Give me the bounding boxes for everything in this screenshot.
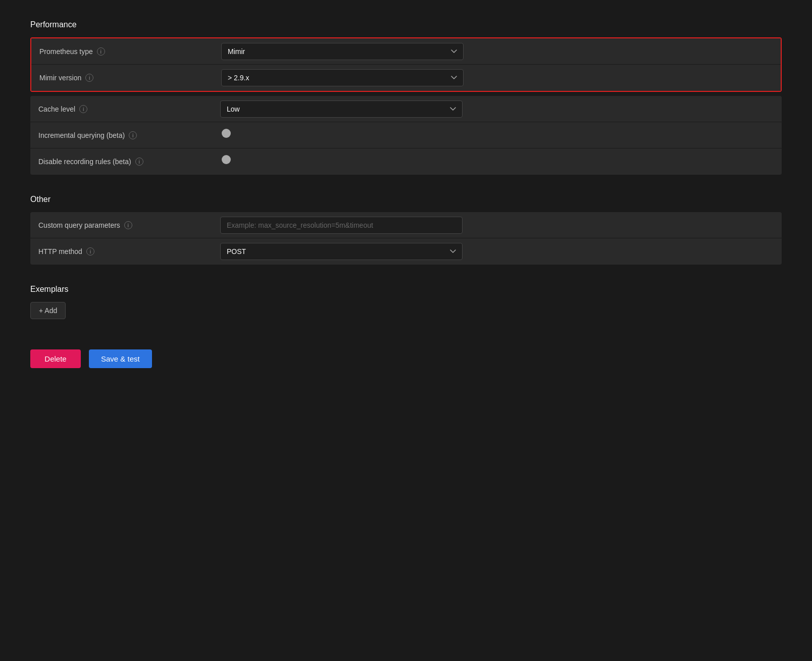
prometheus-type-control: Mimir Prometheus Cortex Thanos: [221, 43, 773, 60]
mimir-version-select[interactable]: < 2.9.x > 2.9.x: [221, 69, 464, 86]
prometheus-type-label-group: Prometheus type i: [39, 47, 221, 56]
footer-buttons: Delete Save & test: [30, 349, 782, 368]
mimir-version-label: Mimir version: [39, 74, 81, 82]
performance-standalone-rows: Cache level i None Low Medium High Incre…: [30, 96, 782, 175]
exemplars-section: Exemplars + Add: [30, 285, 782, 319]
add-exemplar-button[interactable]: + Add: [30, 302, 66, 319]
prometheus-group: Prometheus type i Mimir Prometheus Corte…: [30, 37, 782, 92]
cache-level-row: Cache level i None Low Medium High: [30, 96, 782, 122]
add-exemplar-label: + Add: [39, 307, 57, 315]
other-section: Other Custom query parameters i HTTP met…: [30, 195, 782, 265]
cache-level-control: None Low Medium High: [220, 100, 774, 118]
custom-query-params-label-group: Custom query parameters i: [38, 221, 220, 229]
prometheus-type-row: Prometheus type i Mimir Prometheus Corte…: [31, 38, 781, 65]
custom-query-params-label: Custom query parameters: [38, 221, 120, 229]
incremental-querying-label-group: Incremental querying (beta) i: [38, 131, 220, 139]
disable-recording-rules-control: [220, 158, 774, 166]
disable-recording-rules-info-icon[interactable]: i: [135, 158, 143, 166]
mimir-version-label-group: Mimir version i: [39, 74, 221, 82]
http-method-label-group: HTTP method i: [38, 247, 220, 256]
disable-recording-rules-label: Disable recording rules (beta): [38, 158, 131, 166]
incremental-querying-row: Incremental querying (beta) i: [30, 122, 782, 148]
mimir-version-info-icon[interactable]: i: [85, 74, 93, 82]
prometheus-type-label: Prometheus type: [39, 47, 93, 56]
custom-query-params-row: Custom query parameters i: [30, 212, 782, 238]
http-method-info-icon[interactable]: i: [86, 247, 94, 256]
prometheus-type-info-icon[interactable]: i: [97, 47, 105, 56]
incremental-querying-label: Incremental querying (beta): [38, 131, 125, 139]
http-method-row: HTTP method i GET POST: [30, 238, 782, 265]
custom-query-params-control: [220, 217, 774, 234]
prometheus-type-select[interactable]: Mimir Prometheus Cortex Thanos: [221, 43, 464, 60]
http-method-label: HTTP method: [38, 247, 82, 256]
exemplars-title: Exemplars: [30, 285, 782, 294]
incremental-querying-control: [220, 131, 774, 139]
other-title: Other: [30, 195, 782, 204]
cache-level-select[interactable]: None Low Medium High: [220, 100, 463, 118]
custom-query-params-input[interactable]: [220, 217, 463, 234]
http-method-control: GET POST: [220, 243, 774, 260]
mimir-version-row: Mimir version i < 2.9.x > 2.9.x: [31, 65, 781, 91]
performance-title: Performance: [30, 20, 782, 29]
performance-section: Performance Prometheus type i Mimir Prom…: [30, 20, 782, 175]
incremental-querying-info-icon[interactable]: i: [129, 131, 137, 139]
http-method-select[interactable]: GET POST: [220, 243, 463, 260]
disable-recording-rules-row: Disable recording rules (beta) i: [30, 148, 782, 175]
disable-recording-rules-label-group: Disable recording rules (beta) i: [38, 158, 220, 166]
cache-level-info-icon[interactable]: i: [79, 105, 87, 113]
cache-level-label: Cache level: [38, 105, 75, 113]
other-rows: Custom query parameters i HTTP method i …: [30, 212, 782, 265]
delete-button[interactable]: Delete: [30, 349, 81, 368]
cache-level-label-group: Cache level i: [38, 105, 220, 113]
mimir-version-control: < 2.9.x > 2.9.x: [221, 69, 773, 86]
save-test-button[interactable]: Save & test: [89, 349, 152, 368]
custom-query-params-info-icon[interactable]: i: [124, 221, 132, 229]
